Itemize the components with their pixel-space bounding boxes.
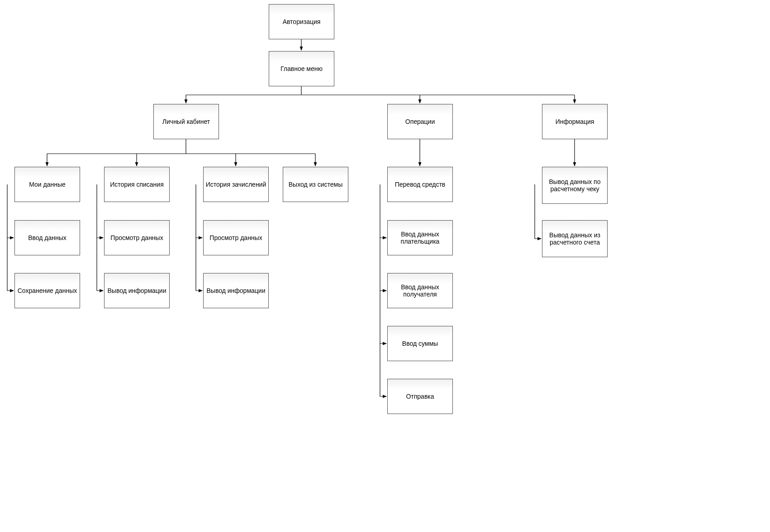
node-enter-data: Ввод данных	[14, 220, 80, 255]
node-label: История списания	[110, 181, 164, 188]
node-view-data-2: Просмотр данных	[203, 220, 269, 255]
node-recipient-data: Ввод данных получателя	[387, 273, 453, 308]
node-label: Авторизация	[283, 18, 321, 25]
node-history-write: История списания	[104, 167, 170, 202]
node-logout: Выход из системы	[283, 167, 348, 202]
node-authorization: Авторизация	[269, 4, 334, 39]
node-send: Отправка	[387, 379, 453, 414]
node-my-data: Мои данные	[14, 167, 80, 202]
node-label: Вывод информации	[108, 287, 166, 294]
node-label: Ввод суммы	[402, 340, 438, 347]
node-transfer: Перевод средств	[387, 167, 453, 202]
node-enter-sum: Ввод суммы	[387, 326, 453, 361]
node-label: Сохранение данных	[18, 287, 77, 294]
node-output-info-1: Вывод информации	[104, 273, 170, 308]
node-label: Вывод данных из расчетного счета	[544, 231, 605, 246]
connector-lines	[0, 0, 770, 532]
node-label: Выход из системы	[289, 181, 342, 188]
node-info-account: Вывод данных из расчетного счета	[542, 220, 608, 257]
node-save-data: Сохранение данных	[14, 273, 80, 308]
node-payer-data: Ввод данных плательщика	[387, 220, 453, 255]
node-label: Мои данные	[29, 181, 66, 188]
node-label: Операции	[405, 118, 435, 125]
node-operations: Операции	[387, 104, 453, 139]
node-label: Просмотр данных	[110, 234, 163, 241]
node-label: Просмотр данных	[209, 234, 262, 241]
node-information: Информация	[542, 104, 608, 139]
node-label: Информация	[556, 118, 594, 125]
node-label: Вывод информации	[207, 287, 266, 294]
node-main-menu: Главное меню	[269, 51, 334, 86]
node-label: Ввод данных	[28, 234, 67, 241]
node-label: История зачислений	[206, 181, 266, 188]
node-label: Вывод данных по расчетному чеку	[544, 178, 605, 193]
node-label: Главное меню	[280, 65, 323, 72]
node-info-check: Вывод данных по расчетному чеку	[542, 167, 608, 204]
node-history-credit: История зачислений	[203, 167, 269, 202]
node-view-data-1: Просмотр данных	[104, 220, 170, 255]
node-label: Ввод данных плательщика	[390, 231, 451, 245]
node-label: Личный кабинет	[162, 118, 210, 125]
node-output-info-2: Вывод информации	[203, 273, 269, 308]
node-label: Ввод данных получателя	[390, 283, 451, 298]
node-label: Отправка	[406, 393, 434, 400]
node-personal-cabinet: Личный кабинет	[153, 104, 219, 139]
node-label: Перевод средств	[395, 181, 446, 188]
